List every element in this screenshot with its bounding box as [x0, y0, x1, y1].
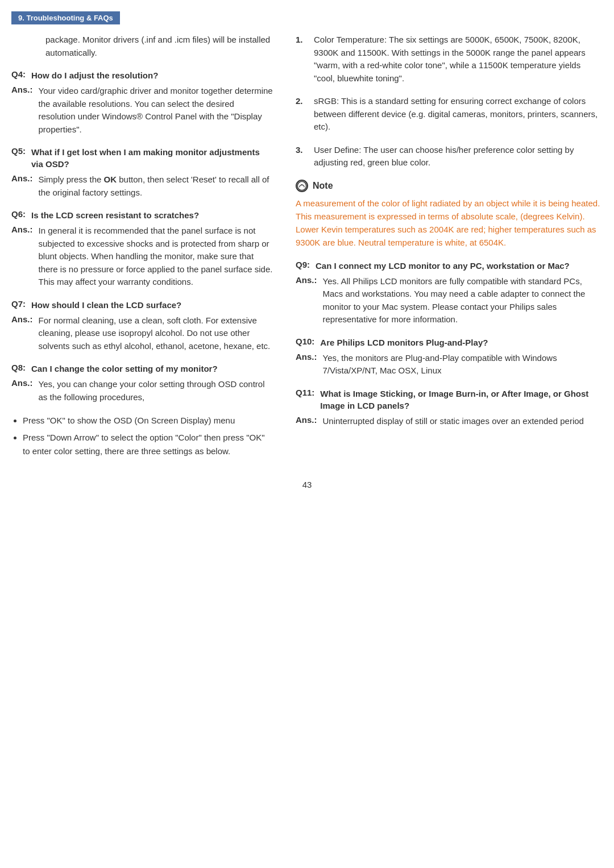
q11-answer: Ans.: Uninterrupted display of still or … — [296, 415, 603, 428]
q4-block: Q4: How do I adjust the resolution? Ans.… — [11, 69, 273, 136]
list-item: Press "Down Arrow" to select the option … — [23, 431, 273, 458]
list-item: 1. Color Temperature: The six settings a… — [296, 34, 603, 85]
q8-block: Q8: Can I change the color setting of my… — [11, 363, 273, 404]
q8-question: Q8: Can I change the color setting of my… — [11, 363, 273, 375]
note-header: Note — [296, 180, 603, 192]
note-icon — [296, 180, 308, 192]
q8-answer: Ans.: Yes, you can change your color set… — [11, 378, 273, 404]
page-number: 43 — [0, 480, 614, 489]
q6-block: Q6: Is the LCD screen resistant to scrat… — [11, 209, 273, 289]
color-settings-list: 1. Color Temperature: The six settings a… — [296, 34, 603, 169]
q5-answer: Ans.: Simply press the OK button, then s… — [11, 173, 273, 199]
page: 9. Troubleshooting & FAQs package. Monit… — [0, 0, 614, 512]
bullet-list: Press "OK" to show the OSD (On Screen Di… — [23, 414, 273, 458]
q9-block: Q9: Can I connect my LCD monitor to any … — [296, 260, 603, 326]
q10-answer: Ans.: Yes, the monitors are Plug-and-Pla… — [296, 352, 603, 377]
q5-question: Q5: What if I get lost when I am making … — [11, 146, 273, 170]
q10-block: Q10: Are Philips LCD monitors Plug-and-P… — [296, 337, 603, 377]
two-column-layout: package. Monitor drivers (.inf and .icm … — [0, 34, 614, 463]
section-header: 9. Troubleshooting & FAQs — [0, 11, 614, 34]
q4-question: Q4: How do I adjust the resolution? — [11, 69, 273, 81]
intro-text: package. Monitor drivers (.inf and .icm … — [11, 34, 273, 59]
q4-answer: Ans.: Your video card/graphic driver and… — [11, 85, 273, 136]
right-column: 1. Color Temperature: The six settings a… — [290, 34, 603, 463]
q5-block: Q5: What if I get lost when I am making … — [11, 146, 273, 199]
svg-point-0 — [297, 181, 306, 190]
q6-question: Q6: Is the LCD screen resistant to scrat… — [11, 209, 273, 221]
list-item: 3. User Define: The user can choose his/… — [296, 144, 603, 169]
q5-answer-text: Simply press the OK button, then select … — [39, 173, 273, 199]
q7-answer: Ans.: For normal cleaning, use a clean, … — [11, 314, 273, 353]
note-text: A measurement of the color of light radi… — [296, 197, 603, 250]
q7-question: Q7: How should I clean the LCD surface? — [11, 299, 273, 311]
note-box: Note A measurement of the color of light… — [296, 180, 603, 250]
q9-answer: Ans.: Yes. All Philips LCD monitors are … — [296, 275, 603, 326]
q11-question: Q11: What is Image Sticking, or Image Bu… — [296, 388, 603, 412]
q6-answer: Ans.: In general it is recommended that … — [11, 225, 273, 289]
svg-point-1 — [301, 184, 302, 185]
q10-question: Q10: Are Philips LCD monitors Plug-and-P… — [296, 337, 603, 348]
q7-block: Q7: How should I clean the LCD surface? … — [11, 299, 273, 353]
left-column: package. Monitor drivers (.inf and .icm … — [11, 34, 290, 463]
q9-question: Q9: Can I connect my LCD monitor to any … — [296, 260, 603, 272]
list-item: Press "OK" to show the OSD (On Screen Di… — [23, 414, 273, 427]
q11-block: Q11: What is Image Sticking, or Image Bu… — [296, 388, 603, 428]
list-item: 2. sRGB: This is a standard setting for … — [296, 95, 603, 134]
